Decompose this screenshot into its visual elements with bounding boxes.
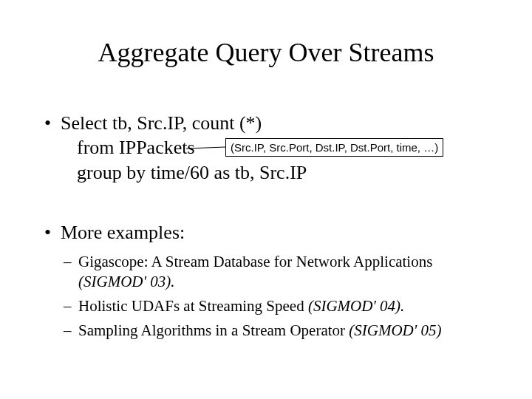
dash-icon: – <box>64 296 72 316</box>
example-text: Sampling Algorithms in a Stream Operator <box>78 321 349 339</box>
example-text: Gigascope: A Stream Database for Network… <box>78 253 432 270</box>
bullet-more-examples: • More examples: <box>44 220 502 245</box>
slide: Aggregate Query Over Streams • Select tb… <box>0 0 532 399</box>
slide-title: Aggregate Query Over Streams <box>0 37 532 68</box>
schema-callout: (Src.IP, Src.Port, Dst.IP, Dst.Port, tim… <box>225 138 443 157</box>
example-item-1: – Gigascope: A Stream Database for Netwo… <box>44 252 502 292</box>
query-line-3: group by time/60 as tb, Src.IP <box>61 160 502 185</box>
bullet-icon: • <box>44 111 51 135</box>
more-examples-label: More examples: <box>61 222 185 243</box>
bullet-icon: • <box>44 220 51 245</box>
query-line-1: Select tb, Src.IP, count (*) <box>61 111 502 135</box>
example-citation: (SIGMOD' 03). <box>78 273 174 290</box>
dash-icon: – <box>64 252 72 272</box>
dash-icon: – <box>64 321 72 341</box>
example-citation: (SIGMOD' 04). <box>308 297 404 315</box>
example-item-2: – Holistic UDAFs at Streaming Speed (SIG… <box>44 296 502 316</box>
example-citation: (SIGMOD' 05) <box>349 321 441 339</box>
example-text: Holistic UDAFs at Streaming Speed <box>78 297 308 315</box>
example-item-3: – Sampling Algorithms in a Stream Operat… <box>44 321 502 341</box>
